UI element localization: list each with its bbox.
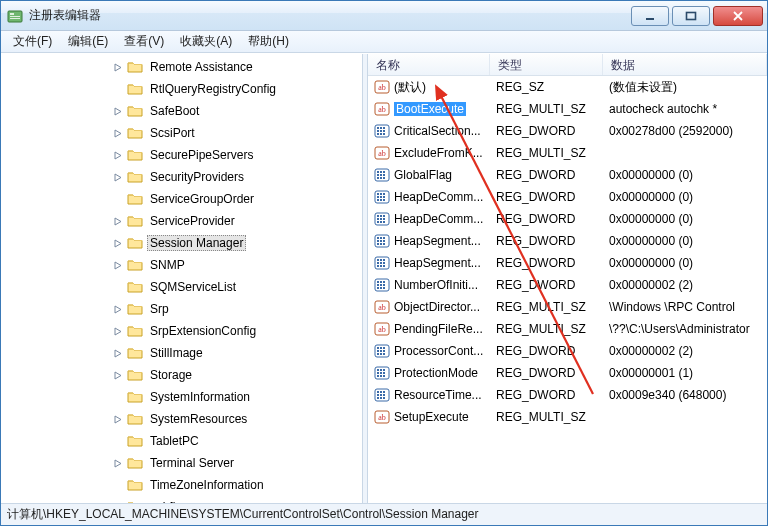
tree-item-stillimage[interactable]: StillImage	[1, 342, 362, 364]
tree-item-scsiport[interactable]: ScsiPort	[1, 122, 362, 144]
expand-icon[interactable]	[111, 148, 125, 162]
tree-item-systemresources[interactable]: SystemResources	[1, 408, 362, 430]
value-row[interactable]: ExcludeFromK...REG_MULTI_SZ	[368, 142, 767, 164]
tree-item-remote-assistance[interactable]: Remote Assistance	[1, 56, 362, 78]
value-name: ProtectionMode	[394, 366, 478, 380]
cell-name: ExcludeFromK...	[368, 145, 490, 161]
cell-name: NumberOfIniti...	[368, 277, 490, 293]
cell-data: 0x00000000 (0)	[603, 212, 767, 226]
expand-icon[interactable]	[111, 500, 125, 503]
tree-pane[interactable]: Remote AssistanceRtlQueryRegistryConfigS…	[1, 54, 363, 503]
folder-icon	[127, 367, 143, 383]
folder-icon	[127, 411, 143, 427]
col-type[interactable]: 类型	[490, 54, 603, 75]
tree-item-timezoneinformation[interactable]: TimeZoneInformation	[1, 474, 362, 496]
col-name[interactable]: 名称	[368, 54, 490, 75]
expand-icon[interactable]	[111, 346, 125, 360]
value-row[interactable]: NumberOfIniti...REG_DWORD0x00000002 (2)	[368, 274, 767, 296]
tree-item-rtlqueryregistryconfig[interactable]: RtlQueryRegistryConfig	[1, 78, 362, 100]
tree-item-snmp[interactable]: SNMP	[1, 254, 362, 276]
value-row[interactable]: ProtectionModeREG_DWORD0x00000001 (1)	[368, 362, 767, 384]
cell-name: ObjectDirector...	[368, 299, 490, 315]
value-row[interactable]: HeapSegment...REG_DWORD0x00000000 (0)	[368, 252, 767, 274]
value-name: ProcessorCont...	[394, 344, 483, 358]
values-pane[interactable]: 名称 类型 数据 (默认)REG_SZ(数值未设置)BootExecuteREG…	[368, 54, 767, 503]
maximize-button[interactable]	[672, 6, 710, 26]
content-area: Remote AssistanceRtlQueryRegistryConfigS…	[1, 53, 767, 503]
tree-item-securepipeservers[interactable]: SecurePipeServers	[1, 144, 362, 166]
binary-value-icon	[374, 365, 390, 381]
binary-value-icon	[374, 255, 390, 271]
expand-icon[interactable]	[111, 456, 125, 470]
expand-icon[interactable]	[111, 258, 125, 272]
titlebar[interactable]: 注册表编辑器	[1, 1, 767, 31]
tree-label: Storage	[147, 368, 195, 382]
tree-item-sqmservicelist[interactable]: SQMServiceList	[1, 276, 362, 298]
folder-icon	[127, 499, 143, 503]
expand-icon[interactable]	[111, 302, 125, 316]
tree-label: TimeZoneInformation	[147, 478, 267, 492]
folder-icon	[127, 81, 143, 97]
cell-name: HeapSegment...	[368, 255, 490, 271]
minimize-button[interactable]	[631, 6, 669, 26]
status-path: 计算机\HKEY_LOCAL_MACHINE\SYSTEM\CurrentCon…	[7, 506, 479, 523]
value-row[interactable]: GlobalFlagREG_DWORD0x00000000 (0)	[368, 164, 767, 186]
value-row[interactable]: ObjectDirector...REG_MULTI_SZ\Windows \R…	[368, 296, 767, 318]
tree-item-srp[interactable]: Srp	[1, 298, 362, 320]
value-row[interactable]: HeapDeComm...REG_DWORD0x00000000 (0)	[368, 186, 767, 208]
value-row[interactable]: BootExecuteREG_MULTI_SZautocheck autochk…	[368, 98, 767, 120]
expand-icon[interactable]	[111, 104, 125, 118]
expand-icon[interactable]	[111, 214, 125, 228]
tree-item-systeminformation[interactable]: SystemInformation	[1, 386, 362, 408]
menu-item-4[interactable]: 帮助(H)	[240, 31, 297, 52]
cell-data: 0x00000001 (1)	[603, 366, 767, 380]
menu-item-1[interactable]: 编辑(E)	[60, 31, 116, 52]
tree-item-serviceprovider[interactable]: ServiceProvider	[1, 210, 362, 232]
expand-icon	[111, 390, 125, 404]
binary-value-icon	[374, 277, 390, 293]
tree-item-session-manager[interactable]: Session Manager	[1, 232, 362, 254]
expand-icon[interactable]	[111, 324, 125, 338]
tree-item-storage[interactable]: Storage	[1, 364, 362, 386]
cell-data: 0x00000002 (2)	[603, 344, 767, 358]
binary-value-icon	[374, 387, 390, 403]
tree-item-srpextensionconfig[interactable]: SrpExtensionConfig	[1, 320, 362, 342]
expand-icon[interactable]	[111, 170, 125, 184]
tree-item-usbflags[interactable]: usbflags	[1, 496, 362, 503]
expand-icon[interactable]	[111, 126, 125, 140]
value-row[interactable]: ResourceTime...REG_DWORD0x0009e340 (6480…	[368, 384, 767, 406]
cell-data: 0x00000000 (0)	[603, 168, 767, 182]
expand-icon[interactable]	[111, 236, 125, 250]
close-button[interactable]	[713, 6, 763, 26]
value-row[interactable]: HeapSegment...REG_DWORD0x00000000 (0)	[368, 230, 767, 252]
menu-item-0[interactable]: 文件(F)	[5, 31, 60, 52]
tree-item-securityproviders[interactable]: SecurityProviders	[1, 166, 362, 188]
cell-data: (数值未设置)	[603, 79, 767, 96]
expand-icon	[111, 434, 125, 448]
tree-label: Srp	[147, 302, 172, 316]
string-value-icon	[374, 145, 390, 161]
value-row[interactable]: CriticalSection...REG_DWORD0x00278d00 (2…	[368, 120, 767, 142]
string-value-icon	[374, 321, 390, 337]
app-icon	[7, 8, 23, 24]
menu-item-2[interactable]: 查看(V)	[116, 31, 172, 52]
cell-type: REG_DWORD	[490, 168, 603, 182]
folder-icon	[127, 59, 143, 75]
expand-icon	[111, 280, 125, 294]
cell-data: 0x00000000 (0)	[603, 234, 767, 248]
tree-item-terminal-server[interactable]: Terminal Server	[1, 452, 362, 474]
tree-item-servicegrouporder[interactable]: ServiceGroupOrder	[1, 188, 362, 210]
value-row[interactable]: HeapDeComm...REG_DWORD0x00000000 (0)	[368, 208, 767, 230]
tree-item-safeboot[interactable]: SafeBoot	[1, 100, 362, 122]
expand-icon[interactable]	[111, 60, 125, 74]
expand-icon[interactable]	[111, 368, 125, 382]
value-row[interactable]: ProcessorCont...REG_DWORD0x00000002 (2)	[368, 340, 767, 362]
expand-icon[interactable]	[111, 412, 125, 426]
value-row[interactable]: SetupExecuteREG_MULTI_SZ	[368, 406, 767, 428]
value-row[interactable]: PendingFileRe...REG_MULTI_SZ\??\C:\Users…	[368, 318, 767, 340]
value-row[interactable]: (默认)REG_SZ(数值未设置)	[368, 76, 767, 98]
cell-type: REG_MULTI_SZ	[490, 146, 603, 160]
col-data[interactable]: 数据	[603, 54, 767, 75]
tree-item-tabletpc[interactable]: TabletPC	[1, 430, 362, 452]
menu-item-3[interactable]: 收藏夹(A)	[172, 31, 240, 52]
